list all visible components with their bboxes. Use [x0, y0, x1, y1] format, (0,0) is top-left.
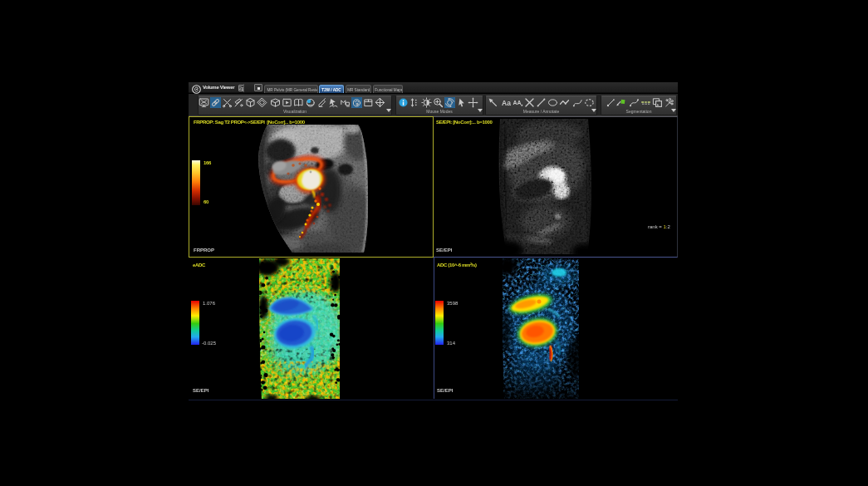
svg-text:AA: AA — [513, 100, 522, 106]
svg-text:Aa: Aa — [502, 99, 511, 107]
